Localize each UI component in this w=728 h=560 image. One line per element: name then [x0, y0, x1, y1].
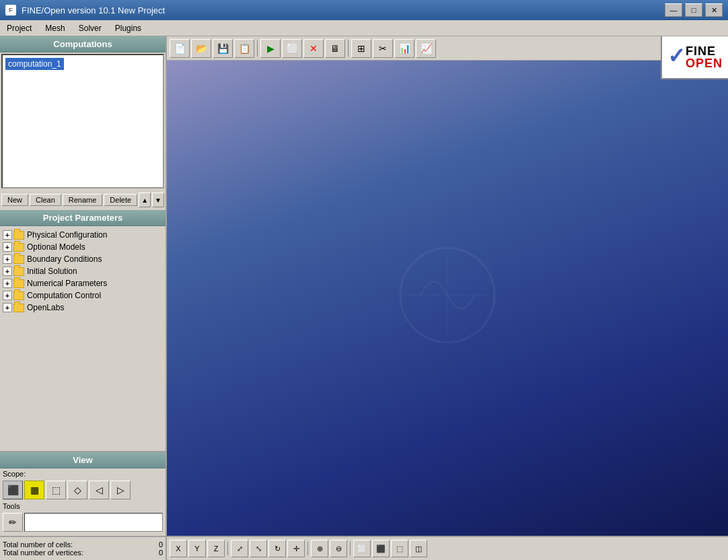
status-btn-zoom2[interactable]: ⊖ — [330, 540, 347, 557]
viewport[interactable] — [167, 61, 728, 536]
watermark — [380, 228, 515, 369]
rename-button[interactable]: Rename — [63, 194, 103, 206]
view-section: View Scope: ⬛ ▦ ⬚ ◇ ◁ ▷ Tools ✏ — [0, 451, 166, 536]
toolbar-btn-stop[interactable]: ✕ — [303, 39, 324, 58]
menu-bar: Project Mesh Solver Plugins — [0, 20, 728, 36]
logo-checkmark: ✓ — [667, 45, 686, 67]
toolbar-btn-monitor[interactable]: 🖥 — [325, 39, 345, 58]
status-right: X Y Z ⤢ ⤡ ↻ ✛ ⊕ ⊖ ⬜ ⬛ ⬚ ◫ — [167, 537, 728, 560]
status-z-btn[interactable]: Z — [207, 540, 225, 557]
toolbar-sep-2 — [348, 40, 349, 57]
status-btn-fitall[interactable]: ⤢ — [231, 540, 248, 557]
window-title: FINE/Open version 10.1 New Project — [22, 5, 165, 15]
toolbar-btn-open[interactable]: 📂 — [191, 39, 211, 58]
status-sep-2 — [307, 542, 308, 555]
status-left: Total number of cells: 0 Total number of… — [0, 537, 167, 560]
scope-btn-3[interactable]: ⬚ — [46, 481, 66, 499]
cells-row: Total number of cells: 0 — [3, 540, 163, 549]
toolbar-btn-new[interactable]: 📄 — [170, 39, 190, 58]
tree-item-initial[interactable]: + Initial Solution — [3, 265, 163, 277]
toolbar-btn-cut[interactable]: ✂ — [373, 39, 393, 58]
toolbar-btn-square[interactable]: ⬜ — [282, 39, 302, 58]
tree-item-openlabs[interactable]: + OpenLabs — [3, 302, 163, 314]
main-container: Project Mesh Solver Plugins Computations… — [0, 20, 728, 560]
scope-btn-arrow2[interactable]: ▷ — [110, 481, 131, 499]
status-btn-view2[interactable]: ⬛ — [372, 540, 390, 557]
expander-initial[interactable]: + — [3, 267, 12, 276]
expander-optional[interactable]: + — [3, 242, 12, 252]
vertices-value: 0 — [159, 549, 163, 557]
status-btn-zoom1[interactable]: ⊕ — [311, 540, 328, 557]
maximize-button[interactable]: □ — [685, 3, 702, 17]
expander-computation[interactable]: + — [3, 291, 12, 300]
tree-label-initial: Initial Solution — [27, 267, 77, 276]
toolbar-btn-saveas[interactable]: 📋 — [234, 39, 254, 58]
logo-fine: FINE — [686, 45, 723, 57]
delete-button[interactable]: Delete — [104, 194, 137, 206]
cells-value: 0 — [159, 540, 163, 549]
scope-btn-arrow[interactable]: ◁ — [89, 481, 109, 499]
scope-buttons: ⬛ ▦ ⬚ ◇ ◁ ▷ — [0, 479, 166, 501]
toolbar: 📄 📂 💾 📋 ▶ ⬜ ✕ 🖥 ⊞ ✂ 📊 📈 ✓ — [167, 36, 728, 61]
left-panel: Computations computation_1 New Clean Ren… — [0, 36, 167, 536]
tree-label-physical: Physical Configuration — [27, 230, 107, 240]
logo-check-row: ✓ FINE OPEN — [667, 45, 723, 69]
menu-solver[interactable]: Solver — [72, 22, 108, 34]
status-btn-view3[interactable]: ⬚ — [391, 540, 408, 557]
scope-btn-1[interactable]: ⬛ — [3, 481, 23, 499]
scope-btn-2[interactable]: ▦ — [24, 481, 44, 499]
expander-boundary[interactable]: + — [3, 254, 12, 264]
toolbar-btn-chart[interactable]: 📊 — [394, 39, 414, 58]
tree-label-computation: Computation Control — [27, 291, 101, 300]
tree-item-boundary[interactable]: + Boundary Conditions — [3, 253, 163, 265]
tree-item-physical[interactable]: + Physical Configuration — [3, 229, 163, 241]
computation-item[interactable]: computation_1 — [5, 58, 64, 70]
toolbar-btn-play[interactable]: ▶ — [260, 39, 281, 58]
title-bar-buttons: — □ ✕ — [665, 3, 723, 17]
toolbar-btn-save[interactable]: 💾 — [213, 39, 233, 58]
vertices-row: Total number of vertices: 0 — [3, 549, 163, 557]
tree-item-numerical[interactable]: + Numerical Parameters — [3, 277, 163, 289]
arrow-up-button[interactable]: ▲ — [139, 193, 151, 207]
status-btn-rotate[interactable]: ↻ — [268, 540, 286, 557]
toolbar-btn-chart2[interactable]: 📈 — [416, 39, 436, 58]
tools-row: ✏ — [0, 512, 166, 533]
fine-open-logo: ✓ FINE OPEN — [661, 36, 728, 79]
computation-buttons: New Clean Rename Delete ▲ ▼ — [0, 190, 166, 210]
expander-physical[interactable]: + — [3, 230, 12, 240]
status-btn-view1[interactable]: ⬜ — [353, 540, 371, 557]
status-btn-fit[interactable]: ⤡ — [250, 540, 267, 557]
folder-icon-openlabs — [13, 304, 24, 312]
tree-label-numerical: Numerical Parameters — [27, 279, 107, 288]
tree-label-openlabs: OpenLabs — [27, 303, 64, 312]
arrow-down-button[interactable]: ▼ — [152, 193, 164, 207]
status-btn-move[interactable]: ✛ — [287, 540, 305, 557]
minimize-button[interactable]: — — [665, 3, 682, 17]
status-y-btn[interactable]: Y — [188, 540, 206, 557]
status-x-btn[interactable]: X — [170, 540, 187, 557]
expander-openlabs[interactable]: + — [3, 303, 12, 312]
folder-icon-initial — [13, 267, 24, 276]
computations-list: computation_1 — [1, 54, 164, 188]
title-bar-left: F FINE/Open version 10.1 New Project — [5, 5, 165, 15]
tree-item-computation[interactable]: + Computation Control — [3, 289, 163, 302]
tools-area — [24, 513, 163, 532]
right-panel: 📄 📂 💾 📋 ▶ ⬜ ✕ 🖥 ⊞ ✂ 📊 📈 ✓ — [167, 36, 728, 536]
folder-icon-optional — [13, 243, 24, 252]
close-button[interactable]: ✕ — [705, 3, 723, 17]
menu-mesh[interactable]: Mesh — [38, 22, 71, 34]
scope-btn-diamond[interactable]: ◇ — [67, 481, 87, 499]
tools-label: Tools — [0, 501, 166, 512]
menu-project[interactable]: Project — [0, 22, 38, 34]
toolbar-btn-grid[interactable]: ⊞ — [351, 39, 371, 58]
expander-numerical[interactable]: + — [3, 279, 12, 288]
status-btn-view4[interactable]: ◫ — [410, 540, 427, 557]
project-params-section: Project Parameters + Physical Configurat… — [0, 210, 166, 451]
tool-btn-pencil[interactable]: ✏ — [3, 513, 23, 532]
clean-button[interactable]: Clean — [30, 194, 61, 206]
tree-item-optional[interactable]: + Optional Models — [3, 241, 163, 253]
status-sep-1 — [227, 542, 228, 555]
new-button[interactable]: New — [1, 194, 28, 206]
view-header: View — [0, 452, 166, 468]
menu-plugins[interactable]: Plugins — [108, 22, 148, 34]
